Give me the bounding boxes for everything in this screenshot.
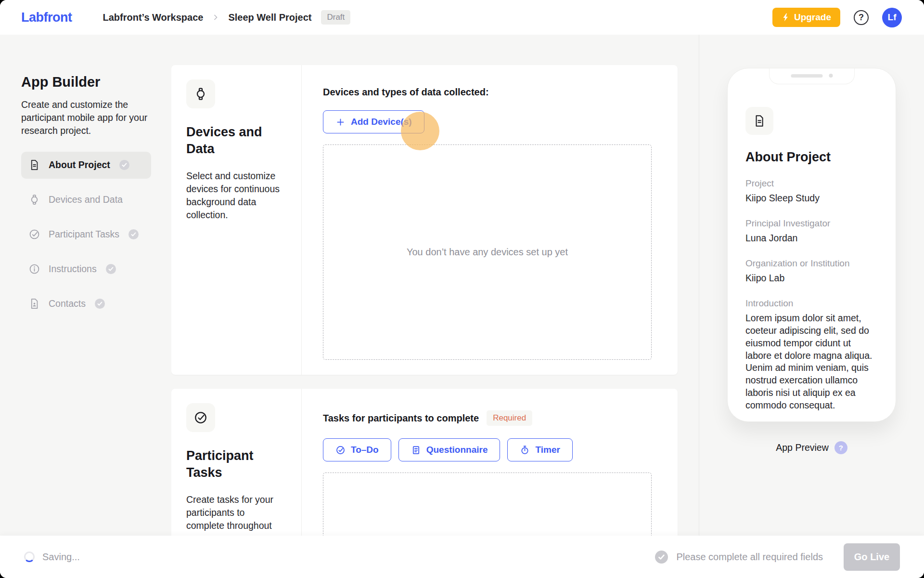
timer-label: Timer [535, 445, 560, 455]
tasks-card-description: Create tasks for your participants to co… [186, 493, 285, 536]
watch-icon [28, 194, 40, 206]
tasks-section-heading: Tasks for participants to complete [323, 413, 479, 424]
completed-check-icon [119, 160, 129, 170]
contact-card-icon [28, 298, 40, 310]
devices-empty-dropzone: You don’t have any devices set up yet [323, 144, 652, 360]
upgrade-label: Upgrade [794, 12, 831, 23]
sidebar-item-about-project[interactable]: About Project [21, 152, 151, 179]
help-icon[interactable]: ? [854, 10, 869, 25]
breadcrumb: Labfront’s Workspace Sleep Well Project … [103, 10, 350, 25]
field-label: Organization or Institution [745, 258, 878, 269]
questionnaire-icon [411, 445, 421, 455]
devices-empty-text: You don’t have any devices set up yet [407, 247, 568, 258]
todo-label: To–Do [351, 445, 379, 455]
phone-speaker [791, 74, 822, 78]
document-icon-square [745, 107, 773, 135]
devices-and-data-card: Devices and Data Select and customize de… [171, 65, 678, 375]
document-icon [28, 159, 40, 171]
validation-check-icon [655, 551, 668, 564]
devices-card-summary: Devices and Data Select and customize de… [171, 65, 302, 375]
tasks-card-title: Participant Tasks [186, 447, 284, 481]
completed-check-icon [106, 264, 116, 274]
tasks-card-body: Tasks for participants to complete Requi… [302, 389, 678, 536]
page-title: App Builder [21, 74, 171, 90]
sidebar-item-label: Devices and Data [49, 194, 123, 205]
sidebar-item-contacts[interactable]: Contacts [21, 290, 151, 317]
chevron-right-icon [211, 13, 220, 22]
page-description: Create and customize the participant mob… [21, 98, 155, 137]
check-circle-icon-square [186, 403, 215, 432]
app-preview-label: App Preview [776, 442, 828, 453]
plus-icon [335, 117, 346, 127]
add-device-button[interactable]: Add Device(s) [323, 110, 424, 133]
field-label: Principal Investigator [745, 218, 878, 229]
document-icon [753, 114, 766, 128]
completed-check-icon [95, 299, 105, 309]
sidebar-item-label: Participant Tasks [49, 229, 119, 240]
phone-camera-dot [829, 74, 833, 78]
field-value: Kiipo Lab [745, 272, 878, 285]
header-actions: Upgrade ? Lf [772, 8, 902, 27]
builder-nav: About Project Devices and Data Participa… [21, 152, 171, 317]
task-type-buttons: To–Do Questionnaire Timer [323, 438, 652, 461]
phone-mockup: About Project Project Kiipo Sleep Study … [727, 68, 896, 422]
bottom-bar: Saving... Please complete all required f… [0, 536, 924, 578]
field-value: Luna Jordan [745, 232, 878, 245]
required-badge: Required [487, 410, 532, 426]
preview-help-icon[interactable]: ? [834, 441, 847, 454]
tasks-card-summary: Participant Tasks Create tasks for your … [171, 389, 302, 536]
sidebar-item-label: Contacts [49, 298, 86, 309]
devices-section-heading: Devices and types of data collected: [323, 87, 652, 98]
check-circle-icon [335, 445, 346, 455]
completed-check-icon [128, 229, 139, 239]
check-circle-icon [193, 410, 208, 425]
add-todo-button[interactable]: To–Do [323, 438, 391, 461]
app-preview-panel: About Project Project Kiipo Sleep Study … [699, 35, 924, 536]
sidebar-item-participant-tasks[interactable]: Participant Tasks [21, 221, 151, 248]
add-timer-button[interactable]: Timer [507, 438, 572, 461]
app-builder-sidebar: App Builder Create and customize the par… [0, 35, 171, 536]
breadcrumb-project[interactable]: Sleep Well Project [228, 12, 311, 23]
devices-card-title: Devices and Data [186, 124, 284, 157]
participant-tasks-card: Participant Tasks Create tasks for your … [171, 389, 678, 536]
avatar[interactable]: Lf [882, 8, 902, 27]
devices-card-body: Devices and types of data collected: Add… [302, 65, 678, 375]
footer-actions: Please complete all required fields Go L… [655, 543, 900, 571]
draft-status-badge: Draft [321, 10, 350, 25]
lightning-icon [782, 13, 790, 22]
builder-content: Devices and Data Select and customize de… [171, 35, 699, 536]
field-value: Lorem ipsum dolor sit amet, coeteur adip… [745, 312, 878, 412]
breadcrumb-workspace[interactable]: Labfront’s Workspace [103, 12, 203, 23]
info-icon [28, 263, 40, 275]
sidebar-item-instructions[interactable]: Instructions [21, 256, 151, 283]
phone-notch [769, 68, 855, 84]
add-questionnaire-button[interactable]: Questionnaire [398, 438, 500, 461]
main-area: App Builder Create and customize the par… [0, 35, 924, 536]
validation-message: Please complete all required fields [676, 552, 823, 563]
watch-icon-square [186, 79, 215, 108]
field-value: Kiipo Sleep Study [745, 192, 878, 205]
preview-screen-title: About Project [745, 150, 878, 165]
app-preview-caption: App Preview ? [699, 441, 924, 454]
field-label: Introduction [745, 298, 878, 309]
devices-card-description: Select and customize devices for continu… [186, 170, 285, 222]
saving-status: Saving... [42, 552, 80, 563]
sidebar-item-label: About Project [49, 159, 110, 171]
watch-icon [193, 87, 208, 101]
go-live-button[interactable]: Go Live [844, 543, 900, 571]
top-bar: Labfront Labfront’s Workspace Sleep Well… [0, 0, 924, 35]
tasks-empty-dropzone [323, 473, 652, 536]
field-label: Project [745, 178, 878, 189]
add-device-label: Add Device(s) [351, 117, 412, 127]
upgrade-button[interactable]: Upgrade [772, 8, 840, 27]
help-glyph: ? [859, 13, 864, 23]
app-window: Labfront Labfront’s Workspace Sleep Well… [0, 0, 924, 578]
questionnaire-label: Questionnaire [426, 445, 488, 455]
sidebar-item-devices-and-data[interactable]: Devices and Data [21, 186, 151, 213]
labfront-logo[interactable]: Labfront [21, 10, 72, 25]
sidebar-item-label: Instructions [49, 263, 97, 275]
help-glyph: ? [839, 444, 843, 452]
saving-spinner-icon [24, 552, 35, 562]
timer-icon [520, 445, 530, 455]
check-circle-icon [28, 228, 40, 240]
